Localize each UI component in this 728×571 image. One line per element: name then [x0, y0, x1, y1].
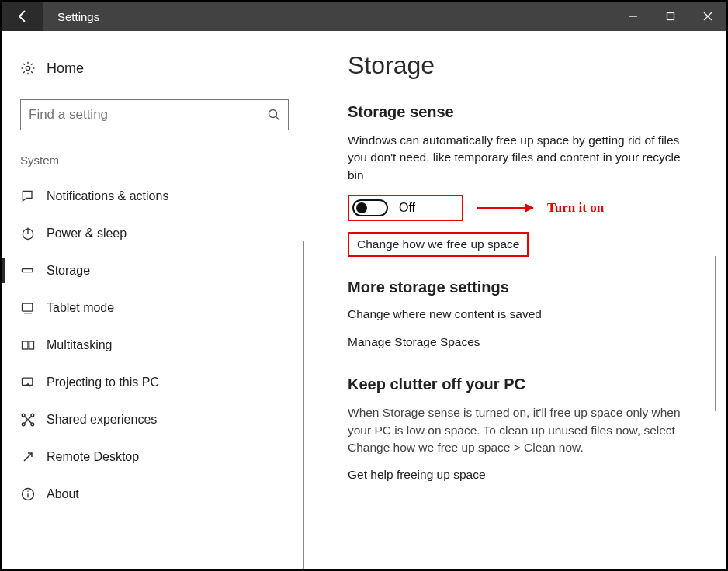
home-link[interactable]: Home: [20, 53, 304, 84]
shared-icon: [20, 412, 47, 427]
sidebar-item-label: Multitasking: [47, 338, 112, 352]
manage-storage-link[interactable]: Manage Storage Spaces: [348, 335, 711, 349]
storage-icon: [20, 263, 47, 279]
sidebar-item-label: Remote Desktop: [47, 450, 139, 464]
projecting-icon: [20, 375, 47, 390]
multitasking-icon: [20, 337, 47, 353]
main-scrollbar[interactable]: [715, 256, 716, 411]
svg-point-5: [269, 110, 277, 118]
sidebar-item-label: Power & sleep: [47, 227, 127, 241]
svg-rect-9: [23, 269, 33, 272]
svg-line-6: [276, 117, 280, 121]
remote-icon: [20, 449, 47, 465]
page-title: Storage: [348, 51, 711, 80]
back-button[interactable]: [2, 2, 43, 31]
power-icon: [20, 226, 47, 241]
sidebar: Home System Notifications & actions Powe…: [2, 31, 304, 569]
toggle-row: Off Turn it on: [348, 195, 711, 221]
sidebar-item-about[interactable]: About: [20, 476, 304, 513]
annotation-arrow: Turn it on: [477, 200, 604, 216]
sidebar-item-label: About: [47, 487, 79, 501]
storage-sense-toggle[interactable]: [352, 199, 388, 216]
storage-sense-description: Windows can automatically free up space …: [348, 132, 697, 184]
sidebar-item-storage[interactable]: Storage: [20, 252, 304, 289]
sidebar-item-tablet[interactable]: Tablet mode: [20, 289, 304, 327]
sidebar-item-multitasking[interactable]: Multitasking: [20, 327, 304, 364]
tablet-icon: [20, 300, 47, 316]
search-box[interactable]: [20, 99, 289, 130]
svg-line-21: [24, 453, 32, 461]
annotation-box-toggle: Off: [348, 195, 463, 221]
annotation-box-link: Change how we free up space: [348, 232, 529, 257]
svg-point-4: [26, 66, 29, 70]
titlebar: Settings: [2, 2, 726, 31]
svg-rect-13: [29, 341, 34, 349]
gear-icon: [20, 61, 47, 76]
sidebar-item-notifications[interactable]: Notifications & actions: [20, 178, 304, 215]
sidebar-item-shared[interactable]: Shared experiences: [20, 401, 304, 438]
section-label: System: [20, 154, 304, 167]
close-button[interactable]: [689, 2, 726, 31]
sidebar-item-label: Projecting to this PC: [47, 375, 159, 389]
sidebar-item-label: Tablet mode: [47, 301, 114, 315]
keep-clutter-title: Keep clutter off your PC: [348, 375, 711, 393]
arrow-icon: [477, 207, 533, 209]
window-controls: [615, 2, 726, 31]
toggle-state-label: Off: [399, 201, 415, 215]
svg-rect-10: [23, 303, 33, 311]
get-help-link[interactable]: Get help freeing up space: [348, 468, 711, 482]
sidebar-item-remote[interactable]: Remote Desktop: [20, 438, 304, 476]
svg-point-20: [31, 423, 34, 426]
keep-clutter-description: When Storage sense is turned on, it'll f…: [348, 404, 697, 456]
sidebar-item-projecting[interactable]: Projecting to this PC: [20, 364, 304, 401]
window-title: Settings: [43, 10, 615, 23]
main-panel: Storage Storage sense Windows can automa…: [304, 31, 726, 569]
change-free-up-link[interactable]: Change how we free up space: [357, 237, 519, 251]
svg-rect-12: [23, 341, 29, 349]
maximize-button[interactable]: [652, 2, 689, 31]
svg-rect-1: [667, 13, 674, 20]
search-icon: [268, 109, 280, 121]
info-icon: [20, 486, 47, 502]
sidebar-item-power[interactable]: Power & sleep: [20, 215, 304, 252]
content: Home System Notifications & actions Powe…: [2, 31, 726, 569]
svg-point-18: [31, 414, 34, 417]
svg-point-24: [27, 491, 28, 492]
storage-sense-title: Storage sense: [348, 103, 711, 121]
svg-point-17: [22, 414, 25, 417]
svg-point-19: [22, 423, 25, 426]
more-settings-title: More storage settings: [348, 279, 711, 296]
annotation-text: Turn it on: [547, 200, 604, 216]
change-content-link[interactable]: Change where new content is saved: [348, 307, 711, 321]
sidebar-item-label: Shared experiences: [47, 413, 157, 427]
search-input[interactable]: [29, 107, 268, 123]
home-label: Home: [47, 61, 84, 77]
notifications-icon: [20, 189, 47, 204]
minimize-button[interactable]: [615, 2, 652, 31]
sidebar-item-label: Notifications & actions: [47, 189, 168, 203]
sidebar-item-label: Storage: [47, 264, 90, 278]
